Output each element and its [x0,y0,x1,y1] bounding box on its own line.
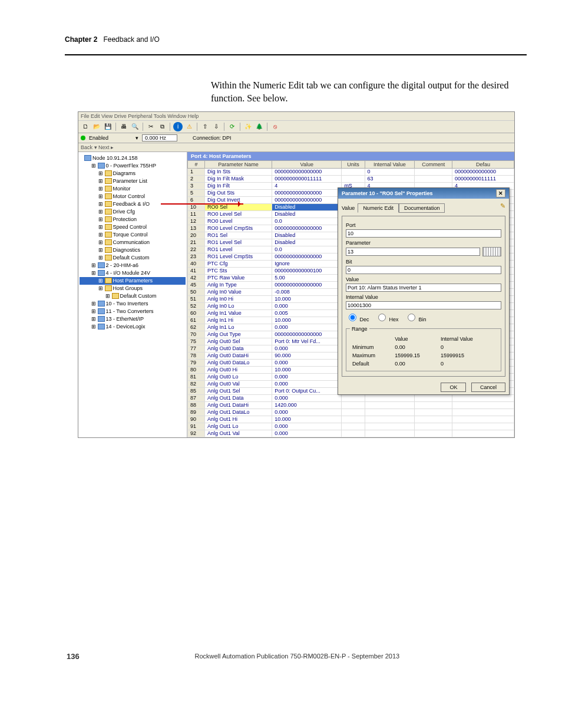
tree-item[interactable]: ⊞ 4 - I/O Module 24V [80,269,186,277]
properties-dialog: Parameter 10 - "RO0 Sel" Properties ✕ ✎ … [338,187,510,395]
table-row[interactable]: 92Anlg Out1 Val0.000 [188,430,514,437]
tab-documentation[interactable]: Documentation [399,203,445,213]
tree-item[interactable]: ⊞ Diagrams [80,170,186,177]
info-icon[interactable]: i [173,122,183,131]
parameter-input[interactable] [346,248,480,256]
print-icon[interactable]: 🖶 [119,122,128,131]
value-label: Value [346,276,501,282]
nav-tree[interactable]: Node 10.91.24.158⊞ 0 - PowerFlex 755HP⊞ … [78,152,187,437]
radio-hex[interactable] [378,314,386,321]
annotation-arrow [161,203,243,205]
status-enabled: Enabled [89,135,108,141]
table-row[interactable]: 87Anlg Out1 Data0.000 [188,394,514,401]
bit-input[interactable] [346,266,501,274]
upload-icon[interactable]: ⇧ [200,122,210,131]
tab-numeric-edit[interactable]: Numeric Edit [358,203,399,213]
tree-item[interactable]: Node 10.91.24.158 [80,154,186,162]
col-header[interactable]: Parameter Name [205,160,272,168]
table-row[interactable]: 2Dig In Filt Mask00000000000111116300000… [188,175,514,182]
col-header[interactable]: Internal Value [365,160,415,168]
col-header[interactable]: Defau [452,160,514,168]
tab-value-label: Value [342,205,355,211]
status-led [81,136,85,140]
value-input[interactable] [346,284,501,292]
tree-item[interactable]: ⊞ Default Custom [80,292,186,300]
tree-item[interactable]: ⊞ 11 - Two Converters [80,308,186,315]
nav-bar[interactable]: Back ▾ Next ▸ [78,143,514,152]
col-header[interactable]: Units [342,160,365,168]
tree-item[interactable]: ⊞ Drive Cfg [80,208,186,216]
page-number: 136 [66,651,94,661]
port-input[interactable] [346,229,501,238]
port-label: Port [346,222,501,228]
range-legend: Range [350,326,369,332]
table-row[interactable]: 89Anlg Out1 DataLo0.000 [188,409,514,416]
internal-value-input[interactable] [346,301,501,309]
ok-button[interactable]: OK [441,383,466,392]
col-header[interactable]: Value [272,160,342,168]
bit-label: Bit [346,259,501,265]
preview-icon[interactable]: 🔍 [130,122,140,131]
copy-icon[interactable]: ⧉ [157,122,167,131]
status-hz: 0.000 Hz [142,134,177,141]
status-conn: Connection: DPI [193,135,232,141]
open-icon[interactable]: 📂 [92,122,101,131]
cancel-button[interactable]: Cancel [471,383,505,392]
tree-item[interactable]: ⊞ 10 - Two Inverters [80,300,186,308]
stop-icon[interactable]: ⦸ [270,122,280,131]
pencil-icon: ✎ [500,202,505,210]
chapter-label: Chapter 2 [65,35,97,44]
radio-dec[interactable] [349,314,356,321]
wand-icon[interactable]: ✨ [243,122,253,131]
dialog-title: Parameter 10 - "RO0 Sel" Properties [342,190,433,196]
row-default-label: Default [351,360,392,367]
tree-item[interactable]: ⊞ Torque Control [80,231,186,239]
tree-item[interactable]: ⊞ 0 - PowerFlex 755HP [80,162,186,170]
chapter-title: Feedback and I/O [103,35,159,44]
row-min-label: Minimum [351,344,392,351]
toolbar[interactable]: 🗋 📂 💾 🖶 🔍 ✂ ⧉ i ⚠ ⇧ ⇩ ⟳ ✨ 🌲 ⦸ [78,121,514,133]
table-row[interactable]: 90Anlg Out1 Hi10.000 [188,416,514,423]
grid-title: Port 4: Host Parameters [187,152,514,160]
body-paragraph: Within the Numeric Edit tab we can confi… [211,79,527,106]
parameter-label: Parameter [346,240,501,246]
tree-item[interactable]: ⊞ Speed Control [80,223,186,231]
new-icon[interactable]: 🗋 [81,122,90,131]
col-value: Value [394,335,438,342]
tree-item[interactable]: ⊞ Protection [80,216,186,223]
divider [65,54,527,55]
tree-item[interactable]: ⊞ Diagnostics [80,246,186,254]
internal-value-label: Internal Value [346,294,501,300]
bitmap-preview [482,247,501,256]
save-icon[interactable]: 💾 [103,122,113,131]
tree-item[interactable]: ⊞ Host Parameters [80,277,186,285]
tree-item[interactable]: ⊞ Host Groups [80,285,186,292]
tree-item[interactable]: ⊞ 2 - 20-HIM-a6 [80,262,186,269]
menu-bar[interactable]: File Edit View Drive Peripheral Tools Wi… [78,112,514,121]
tree-item[interactable]: ⊞ Monitor [80,185,186,193]
col-header[interactable]: # [188,160,205,168]
download-icon[interactable]: ⇩ [211,122,221,131]
tree-item[interactable]: ⊞ Default Custom [80,254,186,262]
col-internal: Internal Value [439,335,496,342]
close-icon[interactable]: ✕ [496,189,505,197]
tree-item[interactable]: ⊞ Communication [80,239,186,246]
col-header[interactable]: Comment [415,160,452,168]
tree-item[interactable]: ⊞ Motor Control [80,193,186,200]
cut-icon[interactable]: ✂ [146,122,156,131]
status-bar: Enabled ▾ 0.000 Hz Connection: DPI [78,133,514,143]
radix-group[interactable]: Dec Hex Bin [346,312,501,322]
range-group: Range ValueInternal Value Minimum0.000 M… [346,326,501,371]
dialog-titlebar[interactable]: Parameter 10 - "RO0 Sel" Properties ✕ [338,188,509,199]
radio-bin[interactable] [408,314,415,321]
tree-item[interactable]: ⊞ 14 - DeviceLogix [80,323,186,331]
table-row[interactable]: 88Anlg Out1 DataHi1420.000 [188,401,514,409]
publication-info: Rockwell Automation Publication 750-RM00… [95,651,500,661]
tree-item[interactable]: ⊞ 13 - EtherNet/IP [80,315,186,323]
tree-item[interactable]: ⊞ Parameter List [80,177,186,185]
table-row[interactable]: 91Anlg Out1 Lo0.000 [188,423,514,430]
warning-icon[interactable]: ⚠ [184,122,194,131]
table-row[interactable]: 1Dig In Sts00000000000000000000000000000… [188,168,514,175]
refresh-icon[interactable]: ⟳ [227,122,237,131]
tree-icon[interactable]: 🌲 [254,122,264,131]
